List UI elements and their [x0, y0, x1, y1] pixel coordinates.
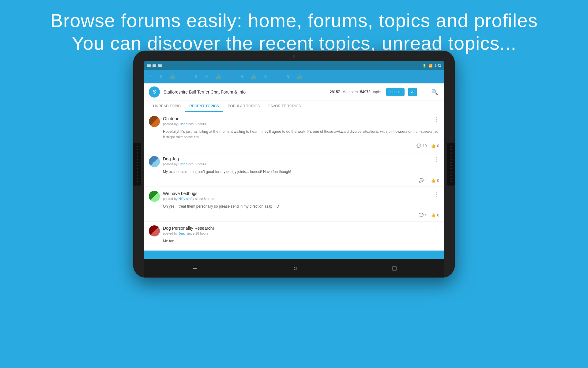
- topic-item: We have bedbugs! posted by Nifty staffy …: [144, 187, 444, 221]
- topic-header-3: We have bedbugs! posted by Nifty staffy …: [149, 191, 439, 202]
- topic-footer-1: 💬 19 👍 0: [149, 142, 439, 148]
- tab-unread[interactable]: UNREAD TOPIC: [149, 101, 185, 112]
- sort-button[interactable]: ≡: [420, 88, 426, 97]
- comment-count-2: 4: [425, 178, 427, 183]
- more-options-2[interactable]: ⋮: [434, 156, 439, 163]
- topic-info-2: Dog Jog posted by LizP since 5 hours: [163, 156, 431, 166]
- like-stat-3: 👍 0: [431, 213, 439, 217]
- topic-body-2: My excuse is running isn't good for my d…: [163, 169, 439, 174]
- status-icon-1: [147, 64, 151, 67]
- like-stat-1: 👍 0: [431, 144, 439, 148]
- battery-icon: 🔋: [422, 64, 427, 68]
- topic-meta-1: posted by LizP since 5 hours: [163, 122, 431, 126]
- nav-home-button[interactable]: ○: [287, 261, 303, 275]
- topic-title-4[interactable]: Dog Personality Research!: [163, 225, 431, 231]
- tabs-bar: UNREAD TOPIC RECENT TOPICS POPULAR TOPIC…: [144, 101, 444, 112]
- back-button[interactable]: ←: [148, 73, 154, 80]
- speaker-left: [133, 143, 141, 186]
- posted-by-label-3: posted by: [163, 197, 178, 201]
- topic-author-1: LizP: [179, 122, 185, 126]
- like-icon-1: 👍: [431, 144, 436, 148]
- avatar-2: [149, 156, 160, 167]
- topic-meta-2: posted by LizP since 5 hours: [163, 162, 431, 166]
- topic-footer-2: 💬 4 👍 0: [149, 177, 439, 183]
- topic-info-3: We have bedbugs! posted by Nifty staffy …: [163, 191, 431, 201]
- tab-popular[interactable]: POPULAR TOPICS: [223, 101, 264, 112]
- tab-recent[interactable]: RECENT TOPICS: [185, 101, 223, 112]
- topic-title-2[interactable]: Dog Jog: [163, 156, 431, 162]
- status-icons-right: 🔋 📶 1:43: [422, 64, 441, 68]
- header-section: Browse forums easily: home, forums, topi…: [0, 0, 588, 55]
- back-bar-content: ←: [144, 70, 444, 83]
- tab-favorite[interactable]: FAVORITE TOPICS: [264, 101, 305, 112]
- posted-by-label-2: posted by: [163, 162, 178, 166]
- like-count-1: 0: [437, 144, 439, 148]
- page-background: Browse forums easily: home, forums, topi…: [0, 0, 588, 368]
- topic-body-3: Oh yes, I treat them personally so pleas…: [163, 204, 439, 209]
- more-options-1[interactable]: ⋮: [434, 116, 439, 123]
- topic-time-1: since 5 hours: [186, 122, 206, 126]
- topic-header-1: Oh dear posted by LizP since 5 hours ⋮: [149, 116, 439, 127]
- members-count: 28157: [330, 90, 340, 94]
- topic-info-1: Oh dear posted by LizP since 5 hours: [163, 116, 431, 126]
- topics-count: 54972: [360, 90, 370, 94]
- topic-author-2: LizP: [179, 162, 185, 166]
- back-bar: ♥👍📍♥⚙👍📍♥👍⚙📍♥👍 ←: [144, 70, 444, 83]
- search-button[interactable]: 🔍: [430, 87, 439, 97]
- forum-title: Staffordshire Bull Terrier Chat Forum & …: [164, 90, 326, 94]
- screen: 🔋 📶 1:43 ♥👍📍♥⚙👍📍♥👍⚙📍♥👍 ←: [144, 61, 444, 259]
- topic-meta-3: posted by Nifty staffy since 8 hours: [163, 197, 431, 201]
- comment-count-3: 4: [425, 213, 427, 217]
- topic-info-4: Dog Personality Research! posted by Jenc…: [163, 225, 431, 235]
- comment-icon-3: 💬: [419, 213, 424, 217]
- like-stat-2: 👍 0: [431, 178, 439, 183]
- topic-time-3: since 8 hours: [195, 197, 215, 201]
- speaker-right: [447, 143, 455, 186]
- topic-title-3[interactable]: We have bedbugs!: [163, 191, 431, 196]
- headline1: Browse forums easily: home, forums, topi…: [0, 9, 588, 32]
- topic-author-3: Nifty staffy: [179, 197, 194, 201]
- bottom-nav-bar: ← ○ □: [144, 259, 444, 278]
- avatar-4: [149, 225, 160, 236]
- time-display: 1:43: [435, 64, 441, 67]
- like-count-2: 0: [437, 178, 439, 183]
- like-count-3: 0: [437, 213, 439, 217]
- comment-stat-3: 💬 4: [419, 213, 427, 217]
- like-icon-2: 👍: [431, 178, 436, 183]
- topic-header-2: Dog Jog posted by LizP since 5 hours ⋮: [149, 156, 439, 167]
- comment-icon-2: 💬: [419, 178, 424, 183]
- posted-by-label-4: posted by: [163, 232, 178, 235]
- comment-icon-1: 💬: [417, 144, 421, 148]
- comment-stat-1: 💬 19: [417, 144, 427, 148]
- avatar-3: [149, 191, 160, 202]
- camera-dot: [293, 55, 295, 58]
- nav-recent-button[interactable]: □: [386, 261, 402, 275]
- status-icon-3: [158, 64, 162, 67]
- topic-time-2: since 5 hours: [186, 162, 206, 166]
- forum-stats: 28157 Members 54972 topics: [330, 90, 383, 94]
- topic-time-4: since 16 hours: [187, 232, 209, 235]
- check-button[interactable]: ✓: [408, 88, 417, 96]
- topic-item: Dog Jog posted by LizP since 5 hours ⋮ M…: [144, 152, 444, 186]
- nav-back-button[interactable]: ←: [185, 261, 204, 275]
- tablet-device: 🔋 📶 1:43 ♥👍📍♥⚙👍📍♥👍⚙📍♥👍 ←: [133, 51, 455, 278]
- topic-body-1: Hopefully! It's just nail biting at the …: [163, 129, 439, 140]
- like-icon-3: 👍: [431, 213, 436, 217]
- status-icons-left: [147, 64, 162, 67]
- login-button[interactable]: Log in: [386, 88, 405, 96]
- avatar-1: [149, 116, 160, 127]
- posted-by-label: posted by: [163, 122, 178, 126]
- members-label: Members: [342, 90, 358, 94]
- topic-title-1[interactable]: Oh dear: [163, 116, 431, 121]
- more-options-4[interactable]: ⋮: [434, 225, 439, 232]
- wifi-icon: 📶: [428, 64, 433, 68]
- topic-body-4: Me too: [163, 238, 439, 244]
- more-options-3[interactable]: ⋮: [434, 191, 439, 197]
- comment-stat-2: 💬 4: [419, 178, 427, 183]
- forum-header: S Staffordshire Bull Terrier Chat Forum …: [144, 83, 444, 101]
- status-icon-2: [153, 64, 156, 67]
- topic-meta-4: posted by Jenc since 16 hours: [163, 232, 431, 235]
- status-bar: 🔋 📶 1:43: [144, 61, 444, 70]
- topic-item: Oh dear posted by LizP since 5 hours ⋮ H…: [144, 112, 444, 152]
- topic-footer-3: 💬 4 👍 0: [149, 212, 439, 217]
